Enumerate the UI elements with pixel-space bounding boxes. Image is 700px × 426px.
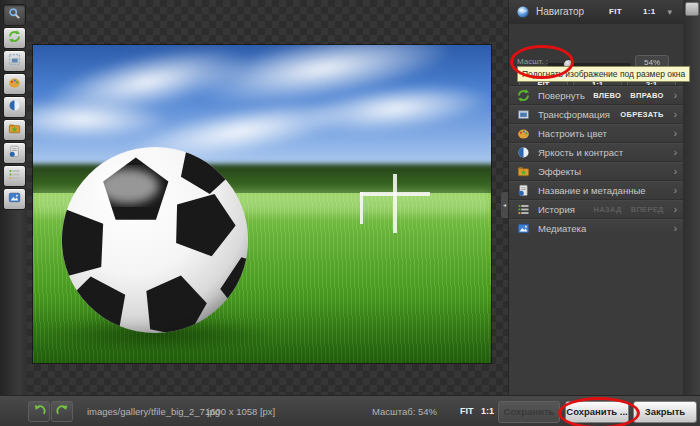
- history-list-icon: [8, 167, 21, 185]
- navigator-fit-indicator[interactable]: FIT: [609, 0, 622, 24]
- panel-label: Яркость и контраст: [538, 147, 673, 158]
- undo-arrow-icon: [33, 403, 46, 421]
- effects-folder-icon: [8, 121, 21, 139]
- color-tool-button[interactable]: [3, 73, 26, 95]
- brightness-tool-button[interactable]: [3, 96, 26, 118]
- panel-rotate[interactable]: Повернуть ВЛЕВО ВПРАВО ›: [509, 86, 684, 104]
- media-tool-button[interactable]: [3, 188, 26, 210]
- navigator-header[interactable]: Навигатор FIT 1:1 ▾: [509, 0, 684, 25]
- chevron-right-icon: ›: [674, 109, 677, 120]
- goal-back-post: [360, 192, 363, 224]
- panel-label: Медиатека: [538, 223, 673, 234]
- crop-tool-button[interactable]: [3, 50, 26, 72]
- image-dimensions: 1600 x 1058 [px]: [205, 396, 275, 426]
- palette-icon: [516, 127, 530, 140]
- scale-label: Масшт. :: [517, 57, 548, 66]
- editor-canvas[interactable]: [27, 0, 508, 395]
- sidebar-collapse-handle[interactable]: ◂: [501, 192, 508, 218]
- statusbar-one-button[interactable]: 1:1: [481, 396, 494, 426]
- history-list-icon: [516, 203, 530, 216]
- panel-label: Эффекты: [538, 166, 673, 177]
- history-tool-button[interactable]: [3, 165, 26, 187]
- redo-arrow-icon: [56, 403, 69, 421]
- chevron-right-icon: ›: [674, 90, 677, 101]
- redo-button[interactable]: [51, 401, 73, 422]
- panel-effects[interactable]: Эффекты ›: [509, 161, 684, 180]
- rotate-icon: [8, 29, 21, 47]
- magnifier-icon: [8, 6, 21, 24]
- navigator-title: Навигатор: [536, 0, 584, 24]
- rotate-right-button[interactable]: ВПРАВО: [630, 91, 663, 100]
- chevron-right-icon: ›: [674, 204, 677, 215]
- fit-tooltip: Подогнать изображение под размер окна: [517, 66, 690, 82]
- undo-button[interactable]: [28, 401, 50, 422]
- navigator-sphere-icon: [516, 5, 530, 23]
- document-icon: [516, 184, 530, 197]
- panel-brightness[interactable]: Яркость и контраст ›: [509, 142, 684, 161]
- metadata-tool-button[interactable]: [3, 142, 26, 164]
- rotate-icon: [516, 89, 530, 102]
- panel-media[interactable]: Медиатека ›: [509, 218, 684, 237]
- chevron-right-icon: ›: [674, 128, 677, 139]
- panel-color[interactable]: Настроить цвет ›: [509, 123, 684, 142]
- document-icon: [8, 144, 21, 162]
- scrollbar-track[interactable]: [683, 0, 700, 395]
- media-image-icon: [8, 190, 21, 208]
- photo-image[interactable]: [33, 45, 491, 363]
- chevron-right-icon: ›: [674, 185, 677, 196]
- zoom-tool-button[interactable]: [3, 4, 26, 26]
- left-toolbar: [0, 0, 28, 395]
- panel-metadata[interactable]: Название и метаданные ›: [509, 180, 684, 199]
- media-image-icon: [516, 222, 530, 235]
- rotate-left-button[interactable]: ВЛЕВО: [593, 91, 621, 100]
- collapse-arrow-icon: ◂: [503, 202, 506, 208]
- history-forward-button[interactable]: ВПЕРЕД: [631, 205, 664, 214]
- panel-history[interactable]: История НАЗАД ВПЕРЕД ›: [509, 199, 684, 218]
- scroll-up-button[interactable]: [685, 2, 699, 16]
- crop-button[interactable]: ОБРЕЗАТЬ: [620, 110, 663, 119]
- save-as-button[interactable]: Сохранить ...: [565, 401, 629, 423]
- goal-post: [393, 174, 397, 233]
- chevron-right-icon: ›: [674, 166, 677, 177]
- statusbar-scale: Масштаб: 54%: [372, 396, 437, 426]
- panel-label: История: [538, 204, 594, 215]
- effects-folder-icon: [516, 165, 530, 178]
- history-back-button[interactable]: НАЗАД: [594, 205, 622, 214]
- chevron-down-icon[interactable]: ▾: [667, 0, 672, 24]
- transform-icon: [516, 108, 530, 121]
- status-bar: images/gallery/tfile_big_2_7.jpg 1600 x …: [0, 395, 700, 426]
- close-button[interactable]: Закрыть: [633, 401, 697, 423]
- right-sidebar: Навигатор FIT 1:1 ▾ Масшт. : 54% FIT 1:1…: [508, 0, 684, 395]
- sphere-icon: [516, 146, 530, 159]
- chevron-right-icon: ›: [674, 147, 677, 158]
- navigator-one-indicator[interactable]: 1:1: [643, 0, 655, 24]
- effects-tool-button[interactable]: [3, 119, 26, 141]
- sphere-icon: [8, 98, 21, 116]
- panel-label: Трансформация: [538, 109, 620, 120]
- chevron-right-icon: ›: [674, 223, 677, 234]
- panel-label: Название и метаданные: [538, 185, 673, 196]
- panel-label: Настроить цвет: [538, 128, 673, 139]
- panel-transform[interactable]: Трансформация ОБРЕЗАТЬ ›: [509, 104, 684, 123]
- panel-label: Повернуть: [538, 90, 593, 101]
- save-button: Сохранить: [498, 401, 560, 423]
- soccer-ball: [59, 144, 251, 336]
- crop-icon: [8, 52, 21, 70]
- rotate-tool-button[interactable]: [3, 27, 26, 49]
- panel-list: Повернуть ВЛЕВО ВПРАВО › Трансформация О…: [509, 85, 684, 237]
- palette-icon: [8, 75, 21, 93]
- file-path: images/gallery/tfile_big_2_7.jpg: [87, 396, 220, 426]
- statusbar-fit-button[interactable]: FIT: [460, 396, 474, 426]
